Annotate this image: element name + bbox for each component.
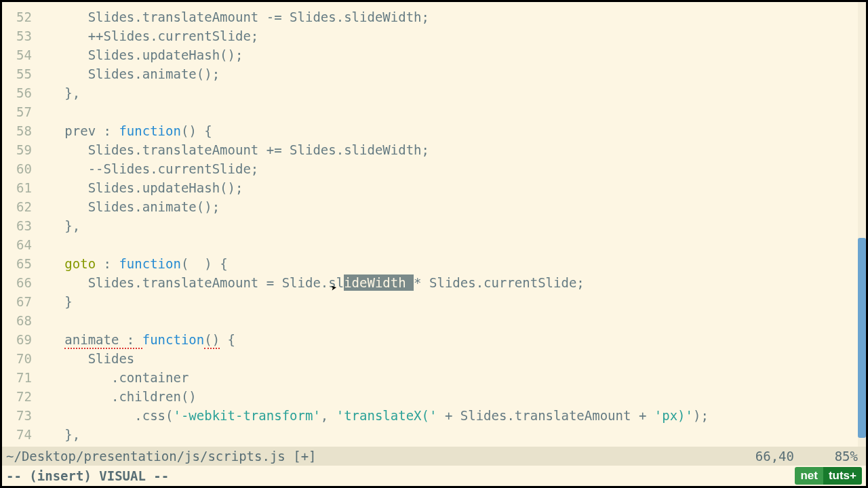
code-line[interactable] bbox=[41, 311, 866, 330]
code-line[interactable]: prev : function() { bbox=[41, 121, 866, 140]
code-line[interactable]: }, bbox=[41, 425, 866, 444]
logo-right: tuts+ bbox=[823, 467, 862, 485]
code-line[interactable]: Slides bbox=[41, 349, 866, 368]
line-number: 53 bbox=[2, 26, 41, 45]
code-area[interactable]: Slides.translateAmount -= Slides.slideWi… bbox=[41, 2, 866, 447]
mode-text: -- (insert) VISUAL -- bbox=[6, 466, 850, 486]
line-number: 59 bbox=[2, 140, 41, 159]
line-number: 52 bbox=[2, 7, 41, 26]
code-line[interactable]: }, bbox=[41, 216, 866, 235]
status-filename: ~/Desktop/presentation/js/scripts.js [+] bbox=[6, 447, 733, 466]
code-line[interactable]: .css('-webkit-transform', 'translateX(' … bbox=[41, 406, 866, 425]
code-line[interactable]: Slides.translateAmount -= Slides.slideWi… bbox=[41, 7, 866, 26]
code-line[interactable]: Slides.translateAmount += Slides.slideWi… bbox=[41, 140, 866, 159]
code-line[interactable]: --Slides.currentSlide; bbox=[41, 159, 866, 178]
line-number: 58 bbox=[2, 121, 41, 140]
code-line[interactable]: animate : function() { bbox=[41, 330, 866, 349]
mode-line: -- (insert) VISUAL -- 9 bbox=[2, 466, 866, 486]
line-number: 73 bbox=[2, 406, 41, 425]
line-number: 63 bbox=[2, 216, 41, 235]
line-number: 60 bbox=[2, 159, 41, 178]
status-line: ~/Desktop/presentation/js/scripts.js [+]… bbox=[2, 447, 866, 466]
code-line[interactable]: Slides.animate(); bbox=[41, 197, 866, 216]
line-number: 54 bbox=[2, 45, 41, 64]
code-line[interactable]: }, bbox=[41, 83, 866, 102]
code-line[interactable]: .container bbox=[41, 368, 866, 387]
code-line[interactable]: Slides.animate(); bbox=[41, 64, 866, 83]
code-line[interactable]: ++Slides.currentSlide; bbox=[41, 26, 866, 45]
line-number: 74 bbox=[2, 425, 41, 444]
code-line[interactable]: .children() bbox=[41, 387, 866, 406]
status-percent: 85% bbox=[814, 447, 862, 466]
line-number: 67 bbox=[2, 292, 41, 311]
line-number: 70 bbox=[2, 349, 41, 368]
scrollbar-thumb[interactable] bbox=[858, 238, 866, 438]
status-position: 66,40 bbox=[733, 447, 814, 466]
nettuts-logo: net tuts+ bbox=[795, 467, 862, 485]
code-editor[interactable]: 5253545556575859606162636465666768697071… bbox=[2, 2, 866, 447]
code-line[interactable] bbox=[41, 102, 866, 121]
line-number: 65 bbox=[2, 254, 41, 273]
line-number: 71 bbox=[2, 368, 41, 387]
line-number: 72 bbox=[2, 387, 41, 406]
code-line[interactable]: Slides.translateAmount = Slide.slideWidt… bbox=[41, 273, 866, 292]
code-line[interactable]: } bbox=[41, 292, 866, 311]
code-line[interactable] bbox=[41, 235, 866, 254]
line-number: 57 bbox=[2, 102, 41, 121]
line-number: 64 bbox=[2, 235, 41, 254]
line-number: 66 bbox=[2, 273, 41, 292]
vertical-scrollbar[interactable] bbox=[858, 2, 866, 447]
line-number: 55 bbox=[2, 64, 41, 83]
line-number: 61 bbox=[2, 178, 41, 197]
line-number: 62 bbox=[2, 197, 41, 216]
logo-left: net bbox=[795, 467, 823, 485]
line-number: 56 bbox=[2, 83, 41, 102]
line-number: 68 bbox=[2, 311, 41, 330]
line-number-gutter: 5253545556575859606162636465666768697071… bbox=[2, 2, 41, 447]
code-line[interactable]: Slides.updateHash(); bbox=[41, 45, 866, 64]
line-number: 69 bbox=[2, 330, 41, 349]
code-line[interactable]: Slides.updateHash(); bbox=[41, 178, 866, 197]
code-line[interactable]: goto : function( ) { bbox=[41, 254, 866, 273]
